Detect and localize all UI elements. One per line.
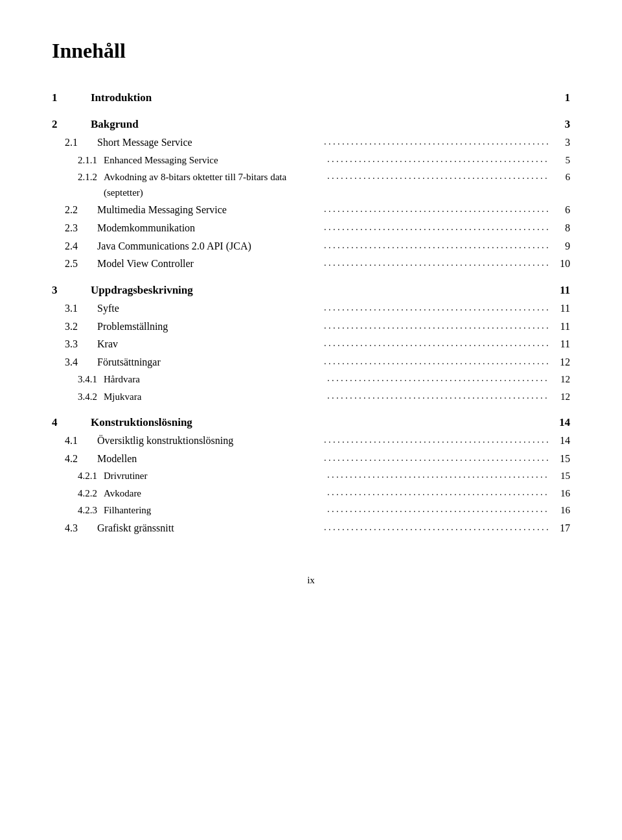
toc-row-4-2-2: 4.2.2Avkodare16 — [52, 485, 570, 501]
toc-dots — [327, 485, 548, 500]
toc-label: Konstruktionslösning — [91, 414, 321, 431]
toc-number: 3.4.1 — [52, 371, 104, 387]
toc-row-2: 2Bakgrund3 — [52, 115, 570, 133]
toc-number: 3 — [52, 281, 91, 299]
toc-page: 3 — [551, 134, 570, 151]
toc-label: Syfte — [97, 300, 321, 317]
toc-number: 2.3 — [52, 220, 97, 237]
toc-row-2-1-1: 2.1.1Enhanced Messaging Service5 — [52, 152, 570, 168]
toc-number: 3.3 — [52, 336, 97, 353]
toc-label: Avkodare — [104, 485, 325, 501]
toc-dots — [327, 389, 548, 403]
toc-label: Uppdragsbeskrivning — [91, 281, 321, 299]
toc-number: 3.2 — [52, 318, 97, 335]
toc-label: Hårdvara — [104, 371, 325, 387]
toc-number: 2.2 — [52, 202, 97, 218]
toc-row-2-4: 2.4Java Communications 2.0 API (JCA)9 — [52, 238, 570, 255]
toc-page: 12 — [551, 371, 570, 387]
toc-label: Filhantering — [104, 502, 325, 518]
toc-row-2-2: 2.2Multimedia Messaging Service6 — [52, 202, 570, 218]
toc-number: 2.5 — [52, 255, 97, 272]
toc-row-2-1-2: 2.1.2Avkodning av 8-bitars oktetter till… — [52, 169, 570, 200]
toc-row-3-1: 3.1Syfte11 — [52, 300, 570, 317]
toc-page: 11 — [551, 300, 570, 317]
toc-row-3-2: 3.2Problemställning11 — [52, 318, 570, 335]
toc-number: 4.2.3 — [52, 502, 104, 518]
toc-number: 2.1.1 — [52, 152, 104, 168]
toc-number: 4 — [52, 414, 91, 431]
toc-page: 16 — [551, 502, 570, 518]
toc-row-2-3: 2.3Modemkommunikation8 — [52, 220, 570, 237]
toc-page: 11 — [551, 281, 570, 299]
toc-page: 10 — [551, 255, 570, 272]
toc-section: 1Introduktion12Bakgrund32.1Short Message… — [52, 89, 570, 536]
toc-page: 17 — [551, 520, 570, 537]
toc-number: 1 — [52, 89, 91, 106]
toc-label: Krav — [97, 336, 321, 353]
toc-page: 11 — [551, 336, 570, 353]
toc-dots — [324, 336, 548, 351]
toc-dots — [327, 169, 548, 183]
toc-number: 4.2 — [52, 450, 97, 467]
toc-row-1: 1Introduktion1 — [52, 89, 570, 106]
toc-label: Drivrutiner — [104, 468, 325, 484]
toc-page: 12 — [551, 389, 570, 404]
toc-dots — [327, 152, 548, 167]
toc-number: 2.1.2 — [52, 169, 104, 185]
toc-row-2-1: 2.1Short Message Service3 — [52, 134, 570, 151]
toc-number: 2.1 — [52, 134, 97, 151]
toc-dots — [324, 319, 548, 333]
toc-number: 4.2.2 — [52, 485, 104, 501]
toc-page: 15 — [551, 450, 570, 467]
toc-page: 5 — [551, 152, 570, 168]
toc-row-3-4-1: 3.4.1Hårdvara12 — [52, 371, 570, 387]
toc-page: 11 — [551, 318, 570, 335]
toc-row-2-5: 2.5Model View Controller10 — [52, 255, 570, 272]
toc-row-4-2-1: 4.2.1Drivrutiner15 — [52, 468, 570, 484]
toc-number: 4.2.1 — [52, 468, 104, 484]
toc-number: 4.3 — [52, 520, 97, 537]
toc-dots — [324, 355, 548, 369]
toc-row-3-3: 3.3Krav11 — [52, 336, 570, 353]
toc-label: Bakgrund — [91, 115, 321, 133]
toc-label: Short Message Service — [97, 134, 321, 151]
toc-label: Översiktlig konstruktionslösning — [97, 432, 321, 449]
toc-label: Enhanced Messaging Service — [104, 152, 325, 168]
toc-row-3: 3Uppdragsbeskrivning11 — [52, 281, 570, 299]
toc-label: Mjukvara — [104, 389, 325, 404]
toc-dots — [324, 239, 548, 253]
toc-page: 12 — [551, 354, 570, 371]
toc-page: 9 — [551, 238, 570, 255]
toc-page: 3 — [551, 115, 570, 133]
toc-page: 15 — [551, 468, 570, 484]
toc-number: 2 — [52, 115, 91, 133]
toc-label: Avkodning av 8-bitars oktetter till 7-bi… — [104, 169, 325, 200]
toc-label: Grafiskt gränssnitt — [97, 520, 321, 537]
toc-page: 1 — [551, 89, 570, 106]
page-title: Innehåll — [52, 39, 570, 63]
toc-dots — [324, 301, 548, 315]
toc-row-4: 4Konstruktionslösning14 — [52, 414, 570, 431]
page-footer: ix — [52, 575, 570, 586]
toc-number: 3.4.2 — [52, 389, 104, 404]
toc-page: 6 — [551, 169, 570, 185]
toc-number: 2.4 — [52, 238, 97, 255]
toc-dots — [324, 451, 548, 465]
toc-label: Model View Controller — [97, 255, 321, 272]
toc-row-4-2-3: 4.2.3Filhantering16 — [52, 502, 570, 518]
toc-label: Modemkommunikation — [97, 220, 321, 237]
toc-page: 16 — [551, 485, 570, 501]
toc-dots — [327, 371, 548, 386]
toc-row-3-4: 3.4Förutsättningar12 — [52, 354, 570, 371]
toc-row-4-1: 4.1Översiktlig konstruktionslösning14 — [52, 432, 570, 449]
toc-dots — [324, 135, 548, 149]
toc-label: Java Communications 2.0 API (JCA) — [97, 238, 321, 255]
toc-page: 14 — [551, 432, 570, 449]
toc-number: 3.1 — [52, 300, 97, 317]
toc-page: 14 — [551, 414, 570, 431]
toc-label: Multimedia Messaging Service — [97, 202, 321, 218]
toc-number: 3.4 — [52, 354, 97, 371]
toc-label: Förutsättningar — [97, 354, 321, 371]
toc-dots — [327, 502, 548, 517]
toc-number: 4.1 — [52, 432, 97, 449]
